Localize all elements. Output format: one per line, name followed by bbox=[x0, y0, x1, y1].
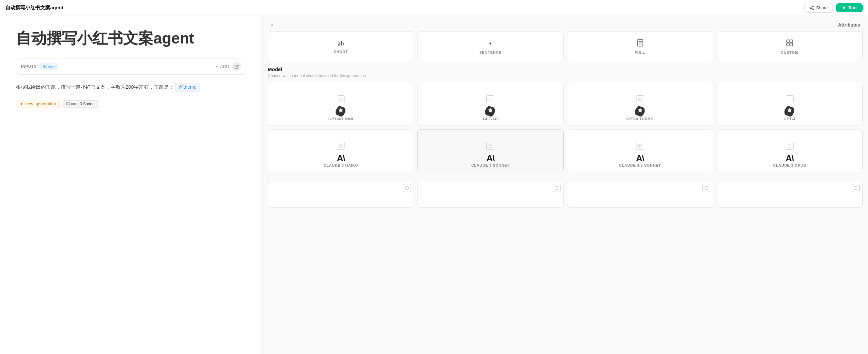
model-claude-3-opus[interactable]: A\ CLAUDE 3 OPUS bbox=[716, 129, 863, 172]
model-card-img-gpt4omini bbox=[268, 83, 413, 116]
svg-line-4 bbox=[811, 7, 812, 7]
model-name-gpt4o: GPT-4O bbox=[483, 117, 498, 121]
generation-badge: ✦ new_generation bbox=[16, 100, 60, 108]
img-placeholder bbox=[337, 95, 345, 103]
svg-rect-20 bbox=[639, 98, 642, 101]
img-placeholder bbox=[636, 95, 644, 103]
svg-rect-17 bbox=[489, 98, 492, 101]
img-placeholder bbox=[786, 142, 794, 150]
model-claude-35-sonnet[interactable]: A\ CLAUDE 3.5 SONNET bbox=[567, 129, 713, 172]
share-icon bbox=[809, 5, 814, 10]
add-input-button[interactable]: ＋ ADD bbox=[215, 63, 229, 69]
svg-rect-13 bbox=[790, 43, 793, 46]
svg-rect-23 bbox=[788, 98, 791, 101]
svg-rect-26 bbox=[340, 144, 342, 148]
model-claude-3-haiku[interactable]: A\ CLAUDE 3 HAIKU bbox=[268, 129, 414, 172]
short-label: SHORT bbox=[334, 50, 348, 54]
svg-line-3 bbox=[811, 8, 812, 9]
page-heading: 自动撰写小红书文案agent bbox=[16, 29, 246, 47]
model-grid-extra bbox=[262, 181, 868, 207]
model-name-claude3opus: CLAUDE 3 OPUS bbox=[773, 163, 806, 167]
model-gpt-4-turbo[interactable]: GPT-4 TURBO bbox=[567, 83, 713, 126]
attributes-header: » Attributes bbox=[262, 16, 868, 31]
model-name-claude3haiku: CLAUDE 3 HAIKU bbox=[323, 163, 358, 167]
custom-label: CUSTOM bbox=[781, 51, 799, 55]
length-sentence[interactable]: • SENTENCE bbox=[417, 31, 563, 61]
model-extra-1[interactable] bbox=[268, 181, 414, 207]
prompt-text: 根据我给出的主题，撰写一篇小红书文案，字数为200字左右，主题是： @theme bbox=[16, 83, 246, 92]
custom-icon bbox=[786, 39, 793, 48]
add-label: ADD bbox=[220, 64, 229, 69]
img-placeholder bbox=[636, 142, 644, 150]
model-gpt-4o[interactable]: GPT-4O bbox=[417, 83, 563, 126]
model-claude-3-sonnet[interactable]: A\ CLAUDE 3 SONNET bbox=[417, 129, 563, 172]
svg-rect-40 bbox=[705, 187, 708, 190]
model-name-gpt4omini: GPT-4O MINI bbox=[329, 117, 353, 121]
play-icon bbox=[842, 6, 846, 10]
img-placeholder bbox=[786, 95, 794, 103]
model-extra-4[interactable] bbox=[716, 181, 863, 207]
svg-rect-38 bbox=[406, 187, 409, 190]
img-placeholder bbox=[486, 95, 494, 103]
model-section-desc: Choose which model should be used for th… bbox=[268, 73, 863, 78]
svg-marker-5 bbox=[843, 6, 845, 10]
generation-label: new_generation bbox=[25, 101, 56, 106]
main-layout: 自动撰写小红书文案agent INPUTS theme ＋ ADD 根据我给出的… bbox=[0, 16, 868, 354]
model-gpt-4o-mini[interactable]: GPT-4O MINI bbox=[268, 83, 414, 126]
svg-rect-10 bbox=[786, 40, 789, 42]
theme-inline-tag: @theme bbox=[175, 83, 200, 92]
full-icon bbox=[637, 39, 644, 48]
model-card-img-gpt4 bbox=[717, 83, 862, 116]
edit-prompt-button[interactable] bbox=[232, 62, 241, 71]
length-custom[interactable]: CUSTOM bbox=[716, 31, 863, 61]
theme-tag[interactable]: theme bbox=[39, 63, 58, 70]
svg-rect-29 bbox=[489, 144, 492, 148]
img-placeholder bbox=[852, 184, 860, 192]
length-full[interactable]: FULL bbox=[567, 31, 713, 61]
svg-rect-14 bbox=[340, 98, 342, 101]
svg-rect-12 bbox=[786, 43, 789, 46]
length-short[interactable]: ab SHORT bbox=[268, 31, 414, 61]
model-badge-label: Claude 3 Sonnet bbox=[62, 100, 99, 107]
inputs-label: INPUTS bbox=[21, 64, 37, 69]
model-name-claude35sonnet: CLAUDE 3.5 SONNET bbox=[619, 163, 661, 167]
img-placeholder bbox=[337, 142, 345, 150]
pencil-icon bbox=[235, 64, 239, 69]
model-name-gpt4turbo: GPT-4 TURBO bbox=[626, 117, 653, 121]
generation-row: ✦ new_generation Claude 3 Sonnet bbox=[16, 100, 246, 108]
model-name-gpt4: GPT-4 bbox=[784, 117, 796, 121]
model-extra-3[interactable] bbox=[567, 181, 713, 207]
heading-en: agent bbox=[153, 30, 194, 47]
add-icon: ＋ bbox=[215, 63, 219, 69]
img-placeholder bbox=[486, 142, 494, 150]
run-button[interactable]: Run bbox=[836, 3, 863, 12]
model-card-img-gpt4turbo bbox=[567, 83, 713, 116]
share-label: Share bbox=[816, 5, 828, 10]
svg-rect-39 bbox=[555, 187, 558, 190]
model-card-img-haiku bbox=[268, 130, 413, 162]
svg-rect-41 bbox=[855, 187, 857, 190]
model-card-img-gpt4o bbox=[417, 83, 563, 116]
model-extra-2[interactable] bbox=[417, 181, 563, 207]
run-label: Run bbox=[848, 5, 857, 10]
sparkle-icon: ✦ bbox=[20, 101, 24, 106]
model-name-claude3sonnet: CLAUDE 3 SONNET bbox=[471, 163, 509, 167]
img-placeholder bbox=[553, 184, 561, 192]
svg-rect-35 bbox=[788, 144, 791, 148]
short-icon: ab bbox=[338, 40, 344, 47]
model-card-img-sonnet bbox=[417, 130, 563, 162]
model-gpt-4[interactable]: GPT-4 bbox=[716, 83, 863, 126]
sentence-label: SENTENCE bbox=[479, 51, 502, 55]
right-panel: » Attributes ab SHORT • SENTENCE bbox=[262, 16, 868, 354]
model-card-img-35sonnet bbox=[567, 130, 713, 162]
page-title: 自动撰写小红书文案agent bbox=[5, 5, 63, 11]
model-card-img-opus bbox=[717, 130, 862, 162]
heading-cn: 自动撰写小红书文案 bbox=[16, 30, 153, 47]
sentence-icon: • bbox=[489, 39, 492, 48]
share-button[interactable]: Share bbox=[804, 3, 833, 12]
collapse-button[interactable]: » bbox=[270, 22, 273, 28]
attributes-title: Attributes bbox=[838, 22, 860, 28]
length-options: ab SHORT • SENTENCE FULL bbox=[262, 31, 868, 66]
svg-rect-11 bbox=[790, 40, 793, 42]
topbar: 自动撰写小红书文案agent Share Run bbox=[0, 0, 868, 16]
